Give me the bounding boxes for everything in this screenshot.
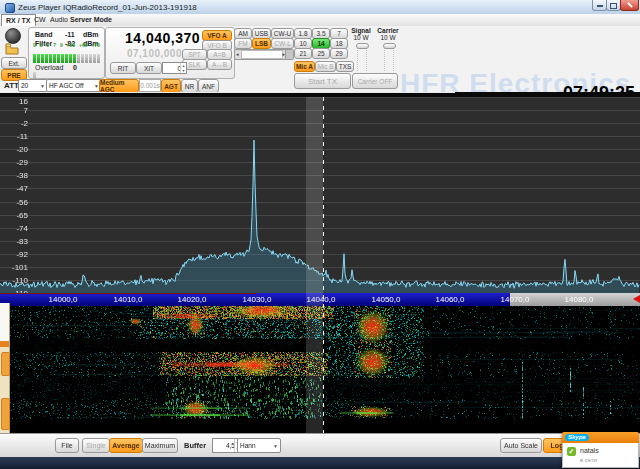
background-window-button <box>1 398 10 430</box>
maximum-button[interactable]: Maximum <box>142 438 178 453</box>
minimize-button[interactable] <box>592 0 607 11</box>
start-tx-button[interactable]: Start TX <box>294 73 351 89</box>
mode-lsb-button[interactable]: LSB <box>252 38 271 49</box>
frequency-scale-tick: 14030,0 <box>233 295 281 304</box>
carrier-slider-value: 10 W <box>376 34 400 41</box>
band-level-value: -11 <box>65 31 75 38</box>
auto-scale-button[interactable]: Auto Scale <box>500 438 542 453</box>
band-level-label: Band <box>35 31 53 38</box>
skype-contact-name: natals <box>580 447 599 454</box>
background-window-button <box>1 352 10 376</box>
nr-button[interactable]: NR <box>181 79 198 93</box>
frequency-scale-tick: 14050,0 <box>362 295 410 304</box>
rit-offset-spinner[interactable]: 0▲▼ <box>162 62 187 74</box>
divider-highlight <box>0 92 455 93</box>
band-level-unit: dBm <box>83 31 99 38</box>
skype-notification-header: Skype <box>562 432 639 443</box>
background-window-bar <box>0 341 9 347</box>
app-icon <box>5 3 15 13</box>
window-title: Zeus Player IQRadioRecord_01-Jun-2013-19… <box>18 3 197 12</box>
vfo-b-frequency-display[interactable]: 07,100,000 <box>108 48 182 59</box>
close-button[interactable] <box>620 0 639 11</box>
filter-width-scrollbar[interactable]: ◂ ▸ <box>234 49 294 60</box>
control-panel: Ext. PRE Band -11 dBm Filter -82 dBm 035… <box>0 26 640 92</box>
frequency-panel: 14,040,370 07,100,000 VFO A VFO B SPT A=… <box>105 27 235 79</box>
scrollbar-track[interactable] <box>241 50 283 59</box>
agc-time-value: 0.001s <box>139 79 161 92</box>
tuning-marker-icon <box>633 295 640 303</box>
open-file-icon[interactable] <box>5 43 19 55</box>
mode-cwl-button[interactable]: CW-L <box>271 38 294 49</box>
title-bar: Zeus Player IQRadioRecord_01-Jun-2013-19… <box>0 0 640 15</box>
frequency-scale-tick: 14070,0 <box>491 295 539 304</box>
maximize-button[interactable] <box>606 0 621 11</box>
frequency-scale-tick: 14020,0 <box>168 295 216 304</box>
smeter-scale: 03579+30+60+70 <box>33 42 100 48</box>
tuning-knob-icon[interactable] <box>5 28 21 44</box>
frequency-scale-tick: 14060,0 <box>426 295 474 304</box>
single-button[interactable]: Single <box>82 438 110 453</box>
display-toolbar: File Single Average Maximum Buffer 4,5▲▼… <box>0 433 640 458</box>
background-window-area <box>0 303 9 341</box>
agc-mode-value: HF AGC Off <box>49 82 84 89</box>
rit-button[interactable]: RIT <box>110 62 136 74</box>
txs-button[interactable]: TXS <box>336 61 354 72</box>
frequency-scale-bar[interactable]: 14000,014010,014020,014030,014040,014050… <box>0 293 640 306</box>
agt-button[interactable]: AGT <box>161 79 181 93</box>
att-dropdown[interactable]: 20▼ <box>18 79 48 92</box>
att-value: 20 <box>21 82 28 89</box>
carrier-slider-label: Carrier <box>376 27 400 34</box>
skype-notification-body[interactable]: ✓ natals в сети <box>562 443 639 468</box>
ext-button[interactable]: Ext. <box>1 57 27 69</box>
frequency-scale-tick: 14010,0 <box>104 295 152 304</box>
band-25-button[interactable]: 25 <box>312 48 330 59</box>
frequency-scale-tick: 14040,0 <box>297 295 345 304</box>
spectrum-display[interactable] <box>0 97 640 293</box>
window-function-value: Hann <box>240 442 256 449</box>
smeter-bargraph <box>33 49 104 58</box>
background-window-edge <box>0 303 10 433</box>
frequency-scale-tick: 14000,0 <box>39 295 87 304</box>
overload-value: 0 <box>73 64 77 71</box>
a-swap-b-button[interactable]: A↔B <box>207 59 232 70</box>
agc-mode-dropdown[interactable]: HF AGC Off▼ <box>46 79 102 92</box>
windows-taskbar <box>0 457 640 469</box>
app-window: Zeus Player IQRadioRecord_01-Jun-2013-19… <box>0 0 640 469</box>
band-29-button[interactable]: 29 <box>330 48 348 59</box>
agc-speed-button[interactable]: Medium AGC <box>99 79 139 93</box>
signal-slider-handle[interactable] <box>356 43 369 49</box>
signal-slider-label: Signal <box>350 27 372 34</box>
frequency-scale-tick: 14080,0 <box>555 295 603 304</box>
overload-label: Overload <box>35 64 63 71</box>
file-button[interactable]: File <box>55 438 79 453</box>
playback-progress-line <box>0 293 257 294</box>
buffer-label: Buffer <box>184 441 206 450</box>
tab-server-mode[interactable]: Server Mode <box>66 14 116 25</box>
signal-slider-value: 10 W <box>350 34 372 41</box>
window-function-dropdown[interactable]: Hann▼ <box>237 438 281 453</box>
xit-button[interactable]: XIT <box>136 62 162 74</box>
skype-notification[interactable]: Skype ✓ natals в сети <box>562 432 639 468</box>
mic-b-button[interactable]: Mic B <box>315 61 336 72</box>
att-label: ATT <box>4 81 19 90</box>
waterfall-display[interactable] <box>0 306 640 433</box>
mode-fm-button[interactable]: FM <box>234 38 252 49</box>
scrollbar-thumb[interactable] <box>285 50 293 59</box>
meter-panel: Band -11 dBm Filter -82 dBm 03579+30+60+… <box>28 27 105 79</box>
online-status-icon: ✓ <box>567 447 576 456</box>
carrier-off-button[interactable]: Carrier OFF <box>352 73 398 89</box>
skype-logo: Skype <box>565 434 589 441</box>
skype-contact-status: в сети <box>580 457 597 463</box>
scroll-left-icon[interactable]: ◂ <box>236 51 239 57</box>
average-button[interactable]: Average <box>109 438 143 453</box>
carrier-slider-handle[interactable] <box>383 43 396 49</box>
band-21-button[interactable]: 21 <box>294 48 312 59</box>
mic-a-button[interactable]: Mic A <box>294 61 315 72</box>
vfo-a-frequency-display[interactable]: 14,040,370 <box>108 30 200 46</box>
anf-button[interactable]: ANF <box>198 79 219 93</box>
